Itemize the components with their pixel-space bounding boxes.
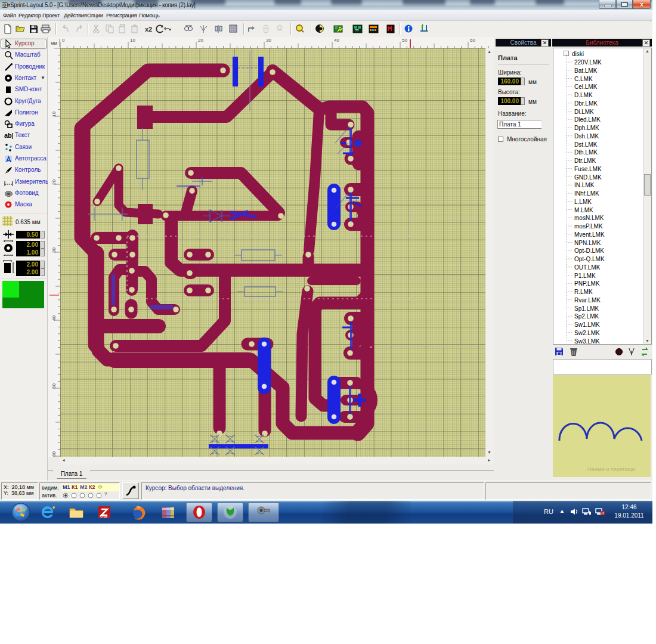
svg-text:zynga: zynga [100,515,108,518]
svg-text:x2: x2 [145,26,152,33]
svg-text:▾: ▾ [169,27,171,32]
svg-text:??: ?? [355,29,359,32]
svg-text:ab|: ab| [4,132,13,139]
svg-text:Нажми и перетащи: Нажми и перетащи [587,466,635,472]
